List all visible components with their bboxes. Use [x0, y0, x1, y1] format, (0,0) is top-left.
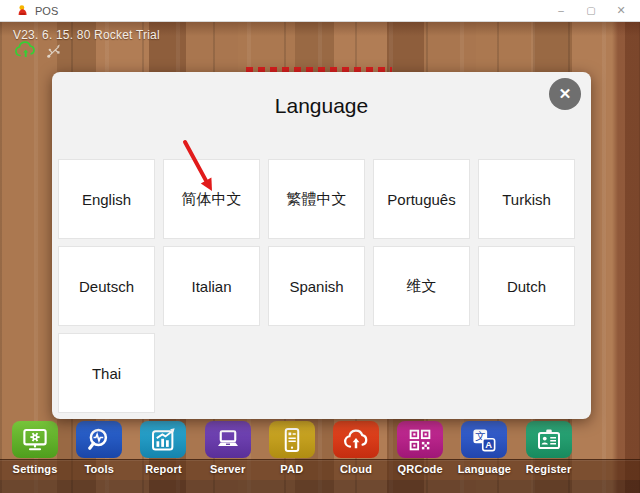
toolbar-item-server[interactable]: Server	[196, 421, 260, 475]
maximize-button[interactable]: ▢	[576, 0, 606, 21]
dialog-close-button[interactable]: ✕	[549, 78, 581, 110]
language-button-9[interactable]: Dutch	[478, 246, 575, 326]
language-button-10[interactable]: Thai	[58, 333, 155, 413]
toolbar-item-pad[interactable]: PAD	[260, 421, 324, 475]
app-logo-icon	[16, 4, 29, 17]
app-window: POS – ▢ ✕ V23. 6. 15. 80 Rocket Trial	[0, 0, 640, 493]
toolbar-item-label: Cloud	[340, 463, 372, 475]
cloud-upload-icon	[13, 40, 39, 59]
tools-icon	[76, 421, 122, 458]
cloud-icon	[333, 421, 379, 458]
svg-text:A: A	[486, 440, 493, 450]
desktop-background: V23. 6. 15. 80 Rocket Trial	[0, 22, 640, 493]
language-button-2[interactable]: 繁體中文	[268, 159, 365, 239]
toolbar-item-register[interactable]: Register	[517, 421, 581, 475]
toolbar-item-settings[interactable]: Settings	[3, 421, 67, 475]
window-controls: – ▢ ✕	[546, 0, 640, 21]
language-icon: 文A	[461, 421, 507, 458]
language-button-0[interactable]: English	[58, 159, 155, 239]
toolbar-item-qrcode[interactable]: QRCode	[388, 421, 452, 475]
toolbar-item-language[interactable]: 文A Language	[452, 421, 516, 475]
settings-icon	[12, 421, 58, 458]
toolbar-item-label: Server	[210, 463, 245, 475]
toolbar-item-cloud[interactable]: Cloud	[324, 421, 388, 475]
language-button-5[interactable]: Deutsch	[58, 246, 155, 326]
toolbar-item-label: QRCode	[398, 463, 443, 475]
dialog-title: Language	[52, 72, 591, 118]
toolbar-bottom-strip	[0, 480, 640, 493]
language-button-1[interactable]: 简体中文	[163, 159, 260, 239]
window-close-button[interactable]: ✕	[606, 0, 636, 21]
toolbar-item-label: Tools	[85, 463, 115, 475]
language-dialog: Language ✕ English简体中文繁體中文PortuguêsTurki…	[52, 72, 591, 419]
minimize-button[interactable]: –	[546, 0, 576, 21]
title-bar: POS – ▢ ✕	[0, 0, 640, 22]
register-icon	[526, 421, 572, 458]
usb-icon	[45, 41, 64, 59]
pad-icon	[269, 421, 315, 458]
language-button-8[interactable]: 维文	[373, 246, 470, 326]
window-title: POS	[35, 5, 58, 17]
toolbar-item-label: Settings	[13, 463, 58, 475]
toolbar-item-label: Language	[458, 463, 512, 475]
language-button-7[interactable]: Spanish	[268, 246, 365, 326]
language-button-4[interactable]: Turkish	[478, 159, 575, 239]
toolbar-item-label: Report	[145, 463, 182, 475]
qrcode-icon	[397, 421, 443, 458]
report-icon	[140, 421, 186, 458]
language-button-6[interactable]: Italian	[163, 246, 260, 326]
bottom-toolbar: Settings Tools Report Server PAD Cloud Q…	[3, 421, 639, 475]
toolbar-item-report[interactable]: Report	[131, 421, 195, 475]
toolbar-item-label: Register	[526, 463, 572, 475]
language-button-3[interactable]: Português	[373, 159, 470, 239]
language-grid: English简体中文繁體中文PortuguêsTurkishDeutschIt…	[58, 159, 575, 413]
header-status-icons	[13, 40, 64, 59]
toolbar-item-tools[interactable]: Tools	[67, 421, 131, 475]
server-icon	[205, 421, 251, 458]
toolbar-item-label: PAD	[280, 463, 303, 475]
